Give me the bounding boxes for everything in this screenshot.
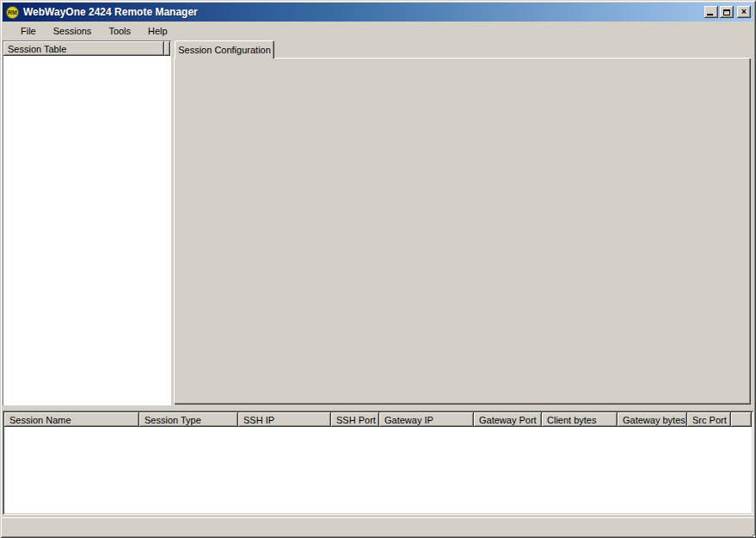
column-header-session-name[interactable]: Session Name: [4, 412, 139, 427]
minimize-button[interactable]: [704, 6, 718, 18]
menu-item-file[interactable]: File: [12, 24, 45, 38]
close-button[interactable]: ×: [737, 6, 751, 18]
session-table-header-filler: [164, 41, 170, 56]
menu-bar: File Sessions Tools Help: [4, 22, 752, 40]
status-bar: [3, 517, 753, 535]
column-header-gateway-ip[interactable]: Gateway IP: [379, 412, 474, 427]
sessions-list[interactable]: Session Name Session Type SSH IP SSH Por…: [3, 411, 753, 515]
app-window: RM WebWayOne 2424 Remote Manager × File …: [0, 0, 756, 538]
close-icon: ×: [741, 8, 747, 16]
app-icon: RM: [6, 6, 19, 19]
titlebar[interactable]: RM WebWayOne 2424 Remote Manager ×: [3, 3, 753, 22]
resize-grip-icon[interactable]: [749, 531, 751, 533]
column-header-ssh-port[interactable]: SSH Port: [331, 412, 379, 427]
minimize-icon: [707, 14, 713, 15]
menu-item-tools[interactable]: Tools: [100, 24, 139, 38]
maximize-button[interactable]: [720, 6, 734, 18]
column-header-session-type[interactable]: Session Type: [139, 412, 238, 427]
window-title: WebWayOne 2424 Remote Manager: [23, 6, 704, 18]
maximize-icon: [723, 9, 730, 15]
session-configuration-page: [174, 58, 751, 405]
column-header-ssh-ip[interactable]: SSH IP: [238, 412, 331, 427]
menu-item-sessions[interactable]: Sessions: [45, 24, 101, 38]
column-header-gateway-bytes[interactable]: Gateway bytes: [618, 412, 687, 427]
tab-session-configuration[interactable]: Session Configuration: [175, 40, 274, 59]
column-header-filler: [731, 412, 752, 427]
session-table-panel[interactable]: Session Table: [3, 40, 171, 405]
column-header-src-port[interactable]: Src Port: [687, 412, 731, 427]
menu-item-help[interactable]: Help: [139, 24, 176, 38]
session-table-header[interactable]: Session Table: [3, 41, 164, 56]
column-header-gateway-port[interactable]: Gateway Port: [474, 412, 542, 427]
column-header-client-bytes[interactable]: Client bytes: [542, 412, 618, 427]
